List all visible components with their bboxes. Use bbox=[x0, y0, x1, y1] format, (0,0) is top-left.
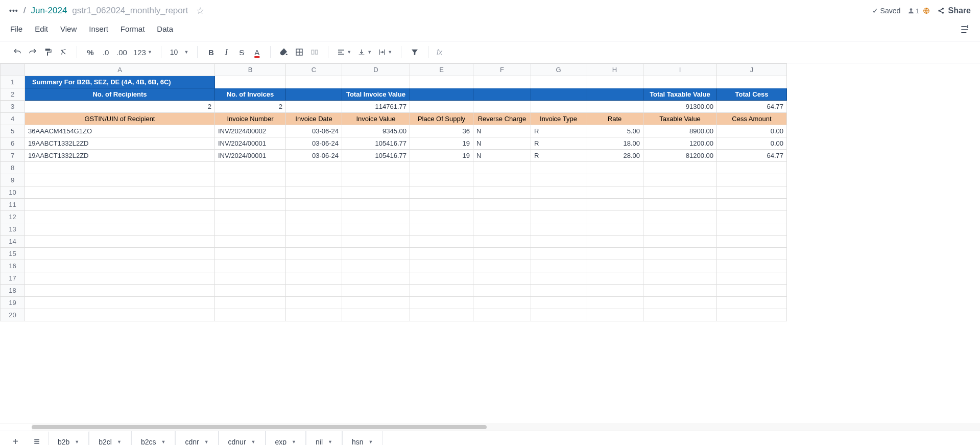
spreadsheet-area[interactable]: A B C D E F G H I J 1Summary For B2B, SE… bbox=[0, 63, 980, 424]
cell[interactable] bbox=[25, 285, 215, 297]
cell[interactable] bbox=[342, 285, 410, 297]
cell[interactable] bbox=[473, 101, 531, 113]
cell[interactable]: Reverse Charge bbox=[473, 113, 531, 125]
number-format-button[interactable]: 123▼ bbox=[132, 45, 154, 59]
row-header[interactable]: 4 bbox=[1, 113, 25, 125]
cell[interactable] bbox=[717, 260, 787, 272]
cell[interactable]: Total Invoice Value bbox=[342, 88, 410, 101]
document-title[interactable]: gstr1_062024_monthly_report bbox=[72, 6, 188, 16]
chevron-down-icon[interactable]: ▼ bbox=[117, 439, 122, 444]
sheet-tab-nil[interactable]: nil▼ bbox=[306, 431, 342, 446]
cell[interactable] bbox=[410, 186, 473, 199]
cell[interactable] bbox=[410, 199, 473, 211]
cell[interactable]: Total Cess bbox=[717, 88, 787, 101]
cell[interactable] bbox=[473, 260, 531, 272]
cell[interactable]: INV/2024/00001 bbox=[215, 137, 286, 150]
bold-button[interactable]: B bbox=[205, 45, 217, 59]
cell[interactable] bbox=[473, 174, 531, 186]
cell[interactable]: Summary For B2B, SEZ, DE (4A, 4B, 6B, 6C… bbox=[25, 76, 215, 88]
cell[interactable] bbox=[286, 272, 342, 285]
italic-button[interactable]: I bbox=[220, 45, 232, 59]
cell[interactable] bbox=[586, 285, 643, 297]
redo-icon[interactable] bbox=[27, 45, 39, 59]
column-header[interactable]: E bbox=[410, 64, 473, 76]
cell[interactable]: 9345.00 bbox=[342, 125, 410, 137]
cell[interactable] bbox=[531, 199, 586, 211]
cell[interactable] bbox=[717, 309, 787, 321]
chevron-down-icon[interactable]: ▼ bbox=[251, 439, 256, 444]
sheet-tab-b2b[interactable]: b2b▼ bbox=[48, 431, 89, 446]
cell[interactable] bbox=[286, 297, 342, 309]
clear-format-icon[interactable] bbox=[57, 45, 69, 59]
cell[interactable]: Place Of Supply bbox=[410, 113, 473, 125]
undo-icon[interactable] bbox=[11, 45, 23, 59]
cell[interactable]: INV/2024/00001 bbox=[215, 150, 286, 162]
row-header[interactable]: 16 bbox=[1, 260, 25, 272]
paint-format-icon[interactable] bbox=[42, 45, 54, 59]
cell[interactable] bbox=[643, 76, 717, 88]
cell[interactable] bbox=[25, 211, 215, 223]
chevron-down-icon[interactable]: ▼ bbox=[328, 439, 332, 444]
cell[interactable] bbox=[215, 162, 286, 174]
cell[interactable] bbox=[410, 285, 473, 297]
cell[interactable]: Cess Amount bbox=[717, 113, 787, 125]
font-size-select[interactable]: 10▼ bbox=[169, 45, 190, 59]
cell[interactable] bbox=[586, 186, 643, 199]
cell[interactable] bbox=[286, 76, 342, 88]
cell[interactable]: Invoice Type bbox=[531, 113, 586, 125]
cell[interactable] bbox=[25, 162, 215, 174]
cell[interactable]: 2 bbox=[215, 101, 286, 113]
sheet-tab-b2cs[interactable]: b2cs▼ bbox=[131, 431, 176, 446]
cell[interactable] bbox=[586, 211, 643, 223]
cell[interactable] bbox=[25, 236, 215, 248]
cell[interactable]: 81200.00 bbox=[643, 150, 717, 162]
cell[interactable] bbox=[717, 76, 787, 88]
cell[interactable] bbox=[717, 174, 787, 186]
cell[interactable] bbox=[342, 199, 410, 211]
cell[interactable] bbox=[586, 297, 643, 309]
strikethrough-button[interactable]: S bbox=[235, 45, 248, 59]
fill-color-icon[interactable] bbox=[278, 45, 290, 59]
cell[interactable] bbox=[410, 101, 473, 113]
cell[interactable] bbox=[586, 162, 643, 174]
row-header[interactable]: 13 bbox=[1, 223, 25, 236]
cell[interactable] bbox=[586, 272, 643, 285]
cell[interactable] bbox=[215, 260, 286, 272]
cell[interactable] bbox=[286, 162, 342, 174]
cell[interactable] bbox=[342, 186, 410, 199]
collapse-toolbar-icon[interactable] bbox=[960, 25, 970, 35]
cell[interactable] bbox=[342, 309, 410, 321]
cell[interactable] bbox=[410, 211, 473, 223]
cell[interactable] bbox=[473, 236, 531, 248]
cell[interactable]: Invoice Value bbox=[342, 113, 410, 125]
cell[interactable] bbox=[643, 236, 717, 248]
menu-insert[interactable]: Insert bbox=[89, 25, 108, 35]
vertical-align-button[interactable]: ▼ bbox=[356, 45, 373, 59]
cell[interactable]: 19 bbox=[410, 137, 473, 150]
cell[interactable] bbox=[215, 211, 286, 223]
sheet-tab-cdnur[interactable]: cdnur▼ bbox=[219, 431, 266, 446]
cell[interactable]: 1200.00 bbox=[643, 137, 717, 150]
cell[interactable]: 18.00 bbox=[586, 137, 643, 150]
cell[interactable]: 19 bbox=[410, 150, 473, 162]
cell[interactable]: 0.00 bbox=[717, 125, 787, 137]
cell[interactable]: Taxable Value bbox=[643, 113, 717, 125]
cell[interactable] bbox=[643, 174, 717, 186]
cell[interactable] bbox=[643, 272, 717, 285]
cell[interactable] bbox=[342, 297, 410, 309]
cell[interactable] bbox=[215, 272, 286, 285]
cell[interactable] bbox=[531, 162, 586, 174]
cell[interactable] bbox=[531, 248, 586, 260]
cell[interactable] bbox=[473, 186, 531, 199]
menu-edit[interactable]: Edit bbox=[35, 25, 48, 35]
formula-bar-input[interactable] bbox=[444, 49, 973, 56]
cell[interactable] bbox=[586, 309, 643, 321]
cell[interactable]: 19AABCT1332L2ZD bbox=[25, 137, 215, 150]
row-header[interactable]: 3 bbox=[1, 101, 25, 113]
row-header[interactable]: 11 bbox=[1, 199, 25, 211]
cell[interactable] bbox=[717, 297, 787, 309]
cell[interactable] bbox=[531, 309, 586, 321]
cell[interactable] bbox=[717, 285, 787, 297]
cell[interactable] bbox=[25, 309, 215, 321]
row-header[interactable]: 5 bbox=[1, 125, 25, 137]
